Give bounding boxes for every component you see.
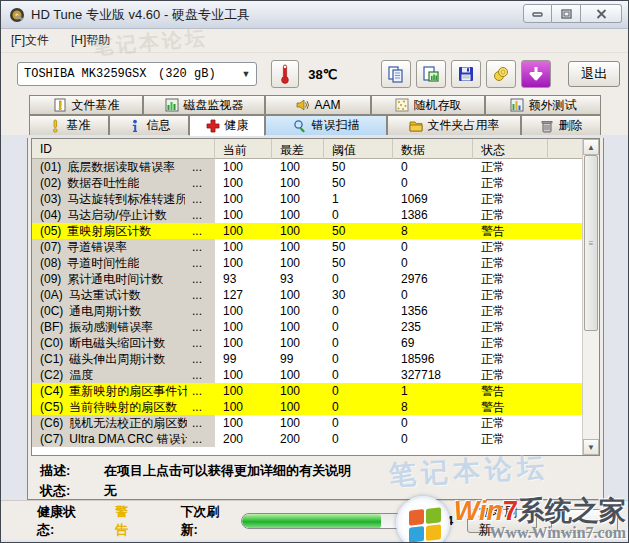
minimize-button[interactable] (523, 4, 552, 23)
attribute-id: (05) (40, 223, 61, 239)
table-row[interactable]: (0C)通电周期计数...10010001356正常 (32, 303, 582, 319)
tools-icon (492, 65, 510, 83)
file-benchmark-icon (53, 98, 67, 112)
table-row[interactable]: (07)寻道错误率...100100500正常 (32, 239, 582, 255)
scroll-up-icon[interactable]: ▲ (583, 139, 599, 155)
cell-data: 327718 (393, 367, 473, 383)
col-threshold[interactable]: 阈值 (324, 139, 393, 159)
table-row[interactable]: (03)马达旋转到标准转速所需...10010011069正常 (32, 191, 582, 207)
copy-screenshot-button[interactable] (416, 60, 446, 88)
scroll-thumb[interactable]: ≡ (584, 155, 598, 331)
cell-data: 0 (393, 239, 473, 255)
cell-spacer (548, 383, 582, 399)
cell-status: 正常 (473, 335, 548, 351)
cell-data: 69 (393, 335, 473, 351)
table-row[interactable]: (C2)温度...1001000327718正常 (32, 367, 582, 383)
cell-spacer (548, 335, 582, 351)
tab-benchmark[interactable]: 基准 (29, 115, 109, 135)
truncation-dots: ... (192, 255, 202, 271)
smart-table: ID 当前 最差 阈值 数据 状态 (01)底层数据读取错误率...100100… (31, 138, 600, 456)
exit-button[interactable]: 退出 (568, 61, 620, 87)
col-spacer (548, 139, 582, 159)
copy-info-button[interactable] (381, 60, 411, 88)
tab-aam[interactable]: AAM (265, 95, 371, 115)
truncation-dots: ... (192, 159, 202, 175)
tab-folder-usage[interactable]: 文件夹占用率 (387, 115, 521, 135)
table-row[interactable]: (0A)马达重试计数...127100300正常 (32, 287, 582, 303)
menu-help[interactable]: [H]帮助 (71, 32, 110, 49)
cell-worst: 100 (272, 239, 324, 255)
table-row[interactable]: (C5)当前待映射的扇区数...10010008警告 (32, 399, 582, 415)
table-row[interactable]: (01)底层数据读取错误率...100100500正常 (32, 159, 582, 175)
col-data[interactable]: 数据 (393, 139, 473, 159)
tab-info[interactable]: 信息 (109, 115, 189, 135)
tab-random-access[interactable]: 随机存取 (371, 95, 485, 115)
col-status[interactable]: 状态 (473, 139, 548, 159)
attribute-name: 磁头伸出周期计数 (69, 351, 165, 367)
col-current[interactable]: 当前 (215, 139, 272, 159)
title-bar[interactable]: HD Tune 专业版 v4.60 - 硬盘专业工具 (1, 1, 628, 29)
benchmark-icon (48, 119, 62, 133)
obscured-button[interactable] (551, 509, 618, 533)
tools-button[interactable] (486, 60, 516, 88)
maximize-button[interactable] (552, 4, 581, 23)
table-row[interactable]: (02)数据吞吐性能...100100500正常 (32, 175, 582, 191)
cell-data: 235 (393, 319, 473, 335)
toolbar: TOSHIBA MK3259GSX (320 gB) ▼ 38℃ (1, 53, 628, 95)
cell-data: 0 (393, 255, 473, 271)
cell-spacer (548, 319, 582, 335)
attribute-name: 寻道时间性能 (67, 255, 139, 271)
attribute-id: (C1) (40, 351, 63, 367)
table-row[interactable]: (C0)断电磁头缩回计数...100100069正常 (32, 335, 582, 351)
table-row[interactable]: (04)马达启动/停止计数...10010001386正常 (32, 207, 582, 223)
cell-status: 正常 (473, 175, 548, 191)
cell-status: 正常 (473, 207, 548, 223)
health-status-value: 警告 (115, 503, 138, 539)
table-row[interactable]: (C4)重新映射的扇区事件计数...10010001警告 (32, 383, 582, 399)
cell-status: 正常 (473, 303, 548, 319)
attribute-name: 马达启动/停止计数 (67, 207, 166, 223)
cell-status: 正常 (473, 415, 548, 431)
table-row[interactable]: (08)寻道时间性能...100100500正常 (32, 255, 582, 271)
cell-status: 正常 (473, 255, 548, 271)
menu-file[interactable]: [F]文件 (11, 32, 49, 49)
drive-selector[interactable]: TOSHIBA MK3259GSX (320 gB) ▼ (17, 62, 257, 86)
tab-error-scan[interactable]: 错误扫描 (265, 115, 387, 135)
cell-spacer (548, 303, 582, 319)
table-row[interactable]: (C6)脱机无法校正的扇区数...10010000正常 (32, 415, 582, 431)
cell-current: 100 (215, 319, 272, 335)
table-row[interactable]: (C1)磁头伸出周期计数...9999018596正常 (32, 351, 582, 367)
tab-extra-tests[interactable]: 额外测试 (485, 95, 601, 115)
description-area: 描述: 在项目上点击可以获得更加详细的有关说明 状态: 无 (28, 456, 603, 500)
tab-label: AAM (314, 98, 340, 112)
vertical-scrollbar[interactable]: ▲ ≡ ▼ (582, 139, 599, 455)
temperature-button[interactable] (271, 60, 299, 88)
refresh-now-button[interactable]: 立即刷新 (467, 509, 537, 533)
truncation-dots: ... (192, 431, 202, 447)
trash-icon (540, 119, 554, 133)
update-button[interactable] (521, 60, 551, 88)
cell-spacer (548, 159, 582, 175)
scroll-down-icon[interactable]: ▼ (583, 439, 599, 455)
attribute-id: (0A) (40, 287, 63, 303)
tab-delete[interactable]: 删除 (521, 115, 601, 135)
tab-file-benchmark[interactable]: 文件基准 (29, 95, 143, 115)
cell-threshold: 0 (324, 335, 393, 351)
cell-current: 100 (215, 175, 272, 191)
tab-health[interactable]: 健康 (189, 115, 265, 136)
attribute-name: 振动感测错误率 (69, 319, 153, 335)
table-row[interactable]: (BF)振动感测错误率...1001000235正常 (32, 319, 582, 335)
col-worst[interactable]: 最差 (272, 139, 324, 159)
col-id[interactable]: ID (32, 139, 215, 159)
truncation-dots: ... (192, 175, 202, 191)
table-row[interactable]: (C7)Ultra DMA CRC 错误计数...20020000正常 (32, 431, 582, 447)
cell-data: 0 (393, 175, 473, 191)
table-row[interactable]: (09)累计通电时间计数...939302976正常 (32, 271, 582, 287)
tab-disk-monitor[interactable]: 磁盘监视器 (143, 95, 265, 115)
attribute-name: 马达重试计数 (69, 287, 141, 303)
cell-threshold: 0 (324, 351, 393, 367)
close-button[interactable] (581, 4, 622, 23)
save-screenshot-button[interactable] (451, 60, 481, 88)
table-row[interactable]: (05)重映射扇区计数...100100508警告 (32, 223, 582, 239)
scroll-track[interactable]: ≡ (583, 155, 599, 439)
